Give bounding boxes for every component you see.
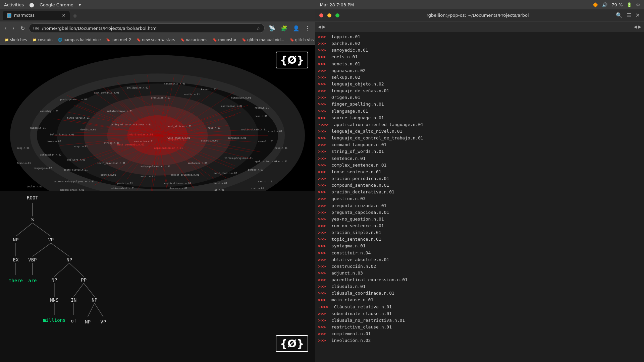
extensions-button[interactable]: 🧩: [279, 24, 289, 33]
term-line: >>>main_clause.n.01: [315, 297, 644, 303]
svg-text:west.n.01: west.n.01: [214, 182, 227, 185]
svg-text:west_chadic.n.02: west_chadic.n.02: [214, 172, 237, 175]
term-prompt: >>>: [318, 74, 330, 81]
term-prompt: >>>: [318, 256, 330, 263]
bookmark-scan[interactable]: 🔖 new scan w stars: [135, 37, 177, 43]
term-text: slanguage.n.01: [331, 108, 368, 115]
nav-actions: 📡 🧩 👤 ⋮: [267, 24, 312, 33]
bookmark-pampas[interactable]: 🌐 pampas kaleid nice: [56, 37, 103, 43]
bookmark-cosquin[interactable]: 📁 cosquin: [31, 37, 55, 43]
svg-text:proto-germanic.n.01: proto-germanic.n.01: [60, 98, 87, 101]
datetime-label: Mar 28 7:03 PM: [320, 2, 354, 7]
term-line: >>>lappic.n.01: [315, 34, 644, 40]
term-text: Cláusula_relativa.n.01: [334, 304, 392, 310]
term-text: restrictive_clause.n.01: [331, 324, 392, 330]
terminal-toolbar-scroll-left[interactable]: ◀: [634, 24, 637, 29]
term-line: >>>pregunta_cruzada.n.01: [315, 202, 644, 209]
profile-button[interactable]: 👤: [291, 24, 302, 33]
app-name-label[interactable]: Google Chrome: [40, 2, 73, 7]
svg-text:object-oriented.n.01: object-oriented.n.01: [171, 174, 199, 176]
browser-chrome: 🌐 marmotas ✕ + ‹ › ↻ File /home/rgbellio…: [0, 9, 315, 45]
tree-word-millions: millions: [43, 317, 65, 323]
term-line: >>>nenets.n.01: [315, 61, 644, 67]
svg-text:coherence.n.01: coherence.n.01: [167, 187, 187, 190]
term-prompt: >>>: [318, 155, 330, 162]
term-text: adjunct.n.03: [331, 270, 363, 277]
term-prompt: >>>: [318, 310, 330, 317]
forward-button[interactable]: ›: [10, 24, 16, 33]
cast-button[interactable]: 📡: [267, 24, 277, 33]
term-prompt: >>>: [318, 195, 330, 202]
term-prompt: >>>: [318, 324, 330, 330]
term-prompt: >>>: [318, 128, 330, 135]
term-line: >>>lenguaje_de_control_de_trabajo.n.01: [315, 135, 644, 141]
system-bar-right: 🔶 🔊 79 % 🔋 ⚙: [593, 2, 640, 7]
system-bar: Activities ⬤ Google Chrome ▾ Mar 28 7:03…: [0, 0, 644, 9]
term-text: lappic.n.01: [331, 34, 360, 40]
svg-text:application.n.01: application.n.01: [255, 160, 277, 163]
term-line: >>>constituir.n.04: [315, 250, 644, 256]
bookmark-glitch-manual[interactable]: 🔖 glitch manual vid...: [240, 37, 286, 43]
term-line: >>>lenguaje_de_señas.n.01: [315, 87, 644, 94]
terminal-menu-icon[interactable]: ☰: [627, 12, 631, 18]
reload-button[interactable]: ↻: [18, 24, 27, 33]
bookmark-label: pampas kaleid nice: [63, 38, 101, 42]
terminal-maximize-button[interactable]: [335, 13, 339, 17]
bookmark-jam[interactable]: 🔖 jam met 2: [104, 37, 133, 43]
term-text: yes-no_question.n.01: [331, 216, 384, 223]
bookmark-glitch-vhs[interactable]: 🔖 glitch vhs lindo: [288, 37, 315, 43]
term-text: syntagma.n.01: [331, 243, 366, 249]
svg-rect-130: [0, 191, 315, 362]
bookmark-vacaciones[interactable]: 🔖 vacaciones: [178, 37, 209, 43]
app-menu-arrow[interactable]: ▾: [79, 2, 81, 7]
term-text: question.n.03: [331, 195, 366, 202]
terminal-search-icon[interactable]: 🔍: [616, 12, 623, 18]
term-text: string_of_words.n.01: [331, 148, 384, 155]
terminal-close-button[interactable]: [319, 13, 323, 17]
svg-text:uralic.n.01: uralic.n.01: [184, 93, 200, 96]
term-line: >>>string_of_words.n.01: [315, 148, 644, 155]
svg-text:string_of_words.n.01noun.n.01: string_of_words.n.01noun.n.01: [111, 123, 152, 126]
terminal-minimize-button[interactable]: [327, 13, 331, 17]
tree-vbp-node: VBP: [28, 257, 37, 262]
activities-label[interactable]: Activities: [4, 2, 24, 7]
term-line: >>>pregunta_capciosa.n.01: [315, 209, 644, 216]
back-button[interactable]: ‹: [3, 24, 8, 33]
bookmark-tag-icon: 🔖: [106, 38, 110, 42]
term-line: >>>lenguaje_objeto.n.02: [315, 81, 644, 87]
active-tab[interactable]: 🌐 marmotas ✕: [3, 11, 70, 20]
term-prompt: ->>>: [318, 121, 333, 128]
term-prompt: >>>: [318, 67, 330, 74]
term-text: lenguaje_de_señas.n.01: [331, 87, 389, 94]
term-text: main_clause.n.01: [331, 297, 373, 303]
svg-text:language.n.02: language.n.02: [34, 167, 52, 170]
new-tab-button[interactable]: +: [71, 12, 79, 19]
term-text: command_language.n.01: [331, 141, 386, 148]
term-line: >>>question.n.03: [315, 195, 644, 202]
term-line: >>>complement.n.01: [315, 330, 644, 337]
tab-close-button[interactable]: ✕: [62, 13, 66, 18]
term-prompt: >>>: [318, 182, 330, 189]
svg-text:middle.n.01: middle.n.01: [30, 127, 46, 129]
svg-text:south_dravidian.n.01: south_dravidian.n.01: [97, 162, 125, 165]
term-line: >>>cláusula.n.01: [315, 283, 644, 290]
term-line: ->>>application-oriented_language.n.01: [315, 121, 644, 128]
svg-text:ndic.n.01: ndic.n.01: [208, 127, 220, 129]
terminal-window-close-icon[interactable]: ✕: [636, 12, 640, 18]
term-text: parche.n.02: [331, 40, 360, 47]
settings-icon[interactable]: ⚙: [636, 2, 640, 7]
svg-text:hokan.n.01: hokan.n.01: [255, 107, 269, 109]
menu-button[interactable]: ⋮: [303, 24, 312, 33]
tree-word-are: are: [28, 278, 37, 283]
browser-content: proto-germanic.n.01 cast_germanic.n.01 p…: [0, 45, 315, 362]
bookmark-tag-icon: 🔖: [242, 38, 246, 42]
terminal-toolbar-scroll-right[interactable]: ▶: [638, 24, 641, 29]
term-line: >>>nganasan.n.02: [315, 67, 644, 74]
term-text: enets.n.01: [331, 54, 358, 60]
tree-root-node: ROOT: [27, 195, 38, 200]
bookmark-monostar[interactable]: 🔖 monostar: [211, 37, 238, 43]
bookmark-sketches[interactable]: 📁 sketches: [3, 37, 29, 43]
address-bar[interactable]: File /home/rgbellion/Documents/Projects/…: [29, 23, 265, 33]
bookmark-star-icon[interactable]: ☆: [256, 26, 260, 31]
term-text: application-oriented_language.n.01: [334, 121, 423, 128]
